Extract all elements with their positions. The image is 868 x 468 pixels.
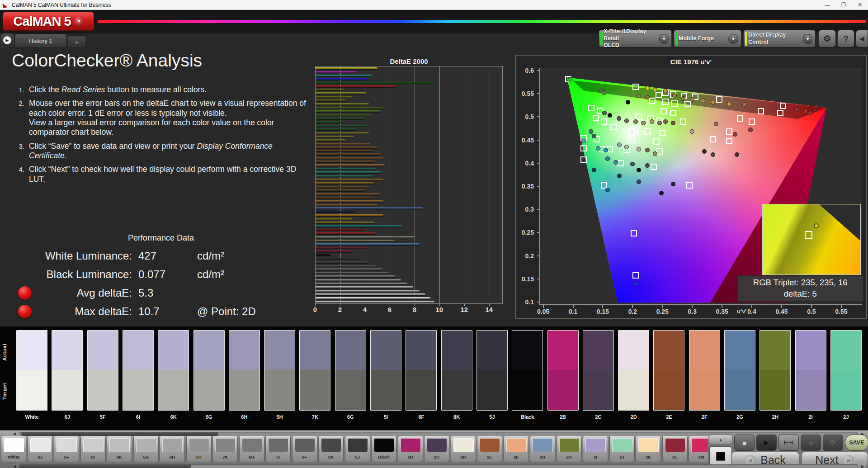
patch-scrollbar-bottom[interactable]	[19, 464, 858, 468]
patch-button-2d[interactable]: 2D	[451, 436, 476, 462]
patch-button-7k[interactable]: 7K	[212, 436, 238, 462]
patch-scrollbar-top[interactable]	[19, 432, 858, 436]
error-bar[interactable]	[316, 82, 435, 84]
patch-button-2i[interactable]: 2I	[583, 436, 608, 462]
patch-button-2j[interactable]: 2J	[609, 436, 635, 462]
patch-button-6j[interactable]: 6J	[28, 436, 53, 462]
error-bar[interactable]	[316, 71, 356, 73]
error-bar[interactable]	[316, 232, 376, 234]
add-tab-button[interactable]: +	[68, 35, 86, 48]
error-bar[interactable]	[316, 279, 401, 281]
tab-history-1[interactable]: History 1	[14, 33, 67, 48]
error-bar[interactable]	[316, 182, 374, 184]
patch-button-5h[interactable]: 5H	[186, 436, 212, 462]
patch-button-2g[interactable]: 2G	[530, 436, 555, 462]
meter-dropdown[interactable]: X-Rite i1Display Retail OLED ▼	[599, 30, 672, 47]
error-bar[interactable]	[316, 258, 360, 260]
error-bar[interactable]	[316, 107, 383, 109]
settings-button[interactable]: ⚙	[818, 30, 836, 47]
error-bar[interactable]	[316, 164, 385, 166]
error-bar[interactable]	[316, 197, 374, 199]
scroll-left-icon[interactable]: ◀	[11, 464, 18, 468]
patch-button-2f[interactable]: 2F	[504, 436, 529, 462]
patch-button-5f[interactable]: 5F	[54, 436, 79, 462]
minimize-icon[interactable]: —	[819, 0, 835, 9]
error-bar[interactable]	[316, 229, 364, 231]
patch-button-6k[interactable]: 6K	[107, 436, 132, 462]
error-bar[interactable]	[316, 110, 380, 112]
error-bar[interactable]	[316, 268, 382, 270]
error-bar[interactable]	[316, 99, 346, 101]
error-bar[interactable]	[316, 225, 402, 227]
patch-button-2e[interactable]: 2E	[477, 436, 502, 462]
patch-button-2c[interactable]: 2C	[424, 436, 449, 462]
patch-button-2k[interactable]: 2K	[636, 436, 661, 462]
patch-button-6h[interactable]: 6H	[160, 436, 185, 462]
error-bar[interactable]	[316, 272, 388, 274]
error-bar[interactable]	[316, 283, 407, 284]
error-bar[interactable]	[316, 132, 369, 134]
error-bar[interactable]	[316, 214, 383, 216]
help-button[interactable]: ?	[837, 30, 854, 47]
read-series-button[interactable]: ⊢⊣	[778, 435, 799, 451]
patch-button-5i[interactable]: 5I	[265, 436, 291, 462]
error-bar[interactable]	[316, 293, 425, 295]
error-bar[interactable]	[316, 207, 423, 209]
error-bar[interactable]	[316, 75, 373, 76]
error-bar[interactable]	[316, 247, 368, 249]
error-bar[interactable]	[316, 301, 434, 303]
patch-button-5j[interactable]: 5J	[345, 436, 370, 462]
patch-window-button[interactable]	[709, 446, 732, 466]
scroll-left-icon[interactable]: ◀	[11, 432, 18, 436]
error-bar[interactable]	[316, 67, 377, 69]
error-bar[interactable]	[316, 236, 415, 238]
error-bar[interactable]	[316, 139, 345, 141]
play-button[interactable]: ▶	[756, 435, 777, 451]
patch-list-up-button[interactable]: ▲	[709, 435, 732, 444]
error-bar[interactable]	[316, 150, 373, 151]
error-bar[interactable]	[316, 92, 366, 94]
error-bar[interactable]	[316, 254, 330, 256]
error-bar[interactable]	[316, 222, 375, 223]
error-bar[interactable]	[316, 265, 376, 267]
patch-button-white[interactable]: White	[1, 436, 26, 462]
patch-button-8k[interactable]: 8K	[318, 436, 344, 462]
refresh-button[interactable]: ⟳	[823, 435, 843, 451]
close-icon[interactable]: ✕	[852, 0, 868, 9]
error-bar[interactable]	[316, 240, 395, 241]
patch-button-black[interactable]: Black	[371, 436, 396, 462]
restore-icon[interactable]: ❐	[835, 0, 852, 9]
loop-button[interactable]: ∞	[801, 435, 821, 451]
layout-nav-button[interactable]: ▶	[1, 33, 14, 47]
error-bar[interactable]	[316, 275, 395, 277]
source-dropdown[interactable]: Mobile Forge ▼	[674, 30, 741, 47]
error-bar[interactable]	[316, 218, 353, 220]
calman-logo-menu[interactable]: CalMAN 5 ▼	[3, 12, 94, 31]
error-bar[interactable]	[316, 243, 420, 245]
error-bar[interactable]	[316, 168, 376, 170]
error-bar[interactable]	[316, 189, 365, 191]
error-bar[interactable]	[316, 161, 375, 162]
error-bar[interactable]	[316, 286, 413, 288]
error-bar[interactable]	[316, 211, 355, 213]
collapse-panel-button[interactable]: ◀	[856, 30, 868, 47]
error-bar[interactable]	[316, 175, 373, 177]
error-bar[interactable]	[316, 204, 377, 206]
error-bar[interactable]	[316, 200, 383, 202]
scrollbar-thumb[interactable]	[19, 464, 191, 468]
patch-button-6f[interactable]: 6F	[292, 436, 317, 462]
error-bar[interactable]	[316, 85, 396, 87]
scroll-right-icon[interactable]: ▶	[859, 464, 866, 468]
error-bar[interactable]	[316, 143, 370, 145]
stop-button[interactable]: ■	[734, 435, 755, 451]
patch-button-2m[interactable]: 2M	[689, 436, 708, 462]
error-bar[interactable]	[316, 297, 430, 299]
error-bar[interactable]	[316, 179, 383, 180]
error-bar[interactable]	[316, 251, 353, 252]
error-bar[interactable]	[316, 171, 381, 173]
scrollbar-thumb[interactable]	[21, 432, 218, 436]
error-bar[interactable]	[316, 136, 354, 137]
error-bar[interactable]	[316, 96, 353, 98]
error-bar[interactable]	[316, 103, 369, 105]
error-bar[interactable]	[316, 118, 365, 119]
